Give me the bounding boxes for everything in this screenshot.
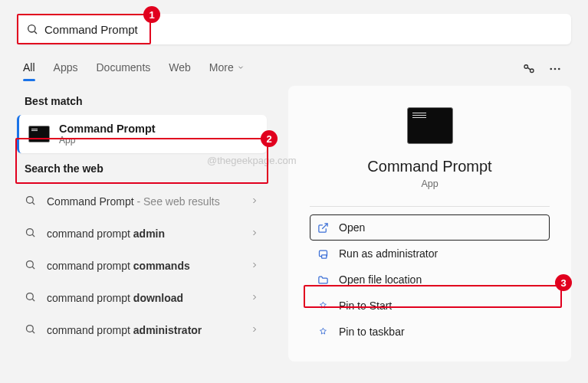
command-prompt-icon [28,126,50,142]
detail-panel: Command Prompt App Open Run as administr… [288,86,571,362]
web-search-label: Command Prompt - See web results [47,195,239,208]
web-search-item[interactable]: command prompt admin [17,218,267,250]
command-prompt-icon [407,107,453,144]
chevron-right-icon [250,228,259,240]
best-match-heading: Best match [17,86,267,115]
svg-point-7 [558,68,560,70]
web-search-label: command prompt admin [47,228,239,240]
svg-point-5 [550,68,552,70]
best-match-title: Command Prompt [59,123,156,135]
action-pin-to-taskbar[interactable]: Pin to taskbar [310,319,550,345]
best-match-subtitle: App [59,135,156,146]
web-search-item[interactable]: command prompt commands [17,250,267,282]
chevron-right-icon [250,260,259,272]
tab-web[interactable]: Web [169,57,191,81]
svg-line-17 [32,331,34,333]
web-search-label: command prompt download [47,292,239,304]
search-icon [25,291,36,305]
svg-line-15 [32,299,34,301]
detail-title: Command Prompt [310,158,550,175]
action-pin-to-start[interactable]: Pin to Start [310,293,550,319]
chevron-right-icon [250,195,259,208]
svg-point-12 [27,261,34,268]
search-input[interactable]: Command Prompt [17,14,571,44]
chevron-right-icon [250,324,259,336]
svg-point-14 [27,293,34,300]
search-icon [25,227,36,241]
search-web-heading: Search the web [17,153,267,182]
search-icon [25,195,36,208]
tab-documents[interactable]: Documents [96,57,150,81]
svg-line-1 [34,31,37,34]
best-match-result[interactable]: Command Prompt App [17,115,267,153]
search-icon [25,259,36,273]
web-search-item[interactable]: Command Prompt - See web results [17,185,267,218]
svg-point-8 [27,197,34,204]
web-search-item[interactable]: command prompt download [17,282,267,314]
svg-point-10 [27,229,34,236]
tab-more[interactable]: More [209,57,245,81]
svg-point-6 [554,68,557,70]
svg-rect-20 [321,254,326,257]
folder-icon [316,274,330,286]
chevron-right-icon [250,292,259,304]
action-run-as-administrator[interactable]: Run as administrator [310,241,550,267]
search-icon [26,23,38,35]
svg-point-16 [27,326,34,332]
pin-icon [316,326,330,338]
svg-line-18 [322,223,327,228]
svg-line-13 [32,267,34,269]
detail-subtitle: App [310,178,550,189]
more-icon[interactable] [548,62,562,76]
search-text: Command Prompt [44,23,138,36]
web-search-label: command prompt administrator [47,324,239,336]
share-icon[interactable] [522,62,536,76]
action-open[interactable]: Open [310,214,550,241]
open-icon [316,222,330,234]
action-open-file-location[interactable]: Open file location [310,267,550,293]
shield-icon [316,248,330,260]
chevron-down-icon [237,64,245,71]
search-icon [25,323,36,337]
svg-line-9 [32,202,34,205]
tab-all[interactable]: All [23,57,35,81]
pin-icon [316,300,330,312]
web-search-label: command prompt commands [47,260,239,272]
web-search-item[interactable]: command prompt administrator [17,314,267,346]
svg-point-0 [28,25,35,32]
tabs: All Apps Documents Web More [23,57,522,81]
svg-line-11 [32,234,34,237]
svg-line-4 [527,67,531,70]
tab-apps[interactable]: Apps [54,57,78,81]
